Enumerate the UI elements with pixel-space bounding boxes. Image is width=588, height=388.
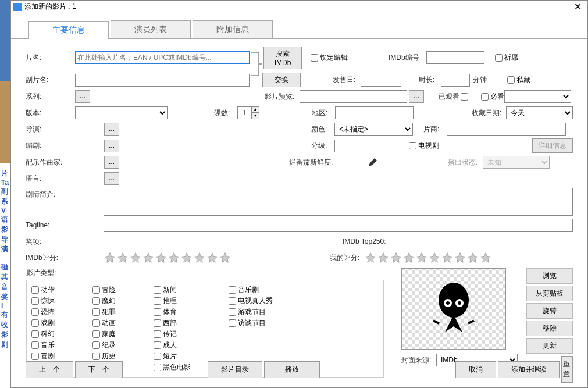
label-composer: 配乐作曲家: (26, 158, 104, 168)
label-discs: 碟数: (214, 108, 237, 118)
genre-惊悚[interactable]: 惊悚 (31, 296, 55, 306)
imdb-rating-stars[interactable] (104, 252, 231, 264)
genre-访谈节目[interactable]: 访谈节目 (229, 318, 273, 328)
genre-传记[interactable]: 传记 (154, 329, 191, 339)
label-broadcast: 播出状态: (448, 158, 483, 168)
window-title: 添加新的影片 : 1 (24, 2, 571, 12)
label-duration: 时长: (419, 75, 441, 85)
writer-browse-button[interactable]: ... (104, 140, 119, 152)
private-checkbox[interactable]: 私藏 (507, 75, 530, 85)
title-input[interactable] (75, 51, 250, 64)
director-browse-button[interactable]: ... (104, 123, 119, 136)
label-language: 语言: (26, 174, 104, 184)
swap-button[interactable]: 交换 (262, 73, 301, 87)
genre-新闻[interactable]: 新闻 (154, 285, 191, 295)
tab-main-info[interactable]: 主要信息 (28, 21, 109, 39)
discs-spinner[interactable]: ▲▼ (237, 106, 259, 119)
plot-textarea[interactable] (104, 188, 573, 216)
label-color: 颜色: (311, 124, 334, 134)
genre-体育[interactable]: 体育 (154, 307, 191, 317)
label-title: 片名: (26, 53, 75, 63)
genre-音乐[interactable]: 音乐 (31, 340, 55, 350)
tab-actors[interactable]: 演员列表 (111, 20, 191, 38)
label-series: 系列: (26, 92, 75, 102)
close-button[interactable]: ✕ (571, 1, 585, 12)
label-rating-class: 分级: (311, 141, 334, 151)
genre-西部[interactable]: 西部 (154, 318, 191, 328)
preview-input[interactable] (300, 90, 407, 103)
composer-browse-button[interactable]: ... (104, 156, 119, 169)
region-input[interactable] (335, 106, 414, 119)
genre-推理[interactable]: 推理 (154, 296, 191, 306)
genre-冒险[interactable]: 冒险 (92, 285, 116, 295)
footer-bar: 上一个 下一个 影片目录 播放 取消 添加并继续 重置 (26, 356, 573, 383)
catalog-button[interactable]: 影片目录 (208, 361, 262, 378)
genre-戏剧[interactable]: 戏剧 (31, 318, 55, 328)
genre-动作[interactable]: 动作 (31, 285, 55, 295)
genre-动画[interactable]: 动画 (92, 318, 116, 328)
genre-游戏节目[interactable]: 游戏节目 (229, 307, 273, 317)
prev-button[interactable]: 上一个 (26, 361, 73, 378)
svg-point-0 (439, 283, 469, 318)
my-rating-stars[interactable] (365, 252, 491, 264)
color-select[interactable]: <未指定> (334, 123, 413, 136)
background-text: 片Ta副系V语影导演磁其音奖I有收影剧 (1, 169, 9, 350)
bracket-icon (251, 51, 262, 77)
genre-成人[interactable]: 成人 (154, 340, 191, 350)
wish-checkbox[interactable]: 祈愿 (495, 53, 518, 63)
studio-input[interactable] (447, 123, 566, 136)
details-button[interactable]: 详细信息 (532, 138, 573, 153)
svg-point-3 (446, 301, 450, 305)
label-studio: 片商: (423, 124, 447, 134)
rotate-image-button[interactable]: 旋转 (526, 303, 573, 319)
genre-恐怖[interactable]: 恐怖 (31, 307, 55, 317)
label-awards: 奖项: (26, 237, 104, 247)
genre-魔幻[interactable]: 魔幻 (92, 296, 116, 306)
clipboard-image-button[interactable]: 从剪贴板 (526, 286, 573, 301)
version-select[interactable] (75, 106, 168, 119)
tab-extra[interactable]: 附加信息 (193, 20, 273, 38)
tagline-input[interactable] (104, 219, 573, 232)
language-browse-button[interactable]: ... (104, 172, 119, 185)
must-checkbox[interactable]: 必看 (481, 92, 504, 102)
rating-class-input[interactable] (334, 140, 398, 152)
next-button[interactable]: 下一个 (75, 361, 123, 378)
duration-input[interactable] (441, 74, 470, 87)
browse-image-button[interactable]: 浏览 (526, 268, 573, 284)
remove-image-button[interactable]: 移除 (526, 321, 573, 336)
series-browse-button[interactable]: ... (75, 90, 90, 103)
label-imdb-no: IMDb编号: (389, 53, 426, 63)
add-continue-button[interactable]: 添加并继续 (498, 361, 560, 378)
label-writer: 编剧: (26, 141, 104, 151)
genre-家庭[interactable]: 家庭 (92, 329, 116, 339)
imdb-no-input[interactable] (426, 51, 484, 64)
cancel-button[interactable]: 取消 (455, 361, 496, 378)
genre-纪录[interactable]: 纪录 (92, 340, 116, 350)
label-genres: 影片类型: (26, 268, 384, 278)
label-watched: 已观看 (439, 92, 459, 102)
release-input[interactable] (361, 74, 401, 87)
cover-preview (401, 268, 506, 350)
tvshow-checkbox[interactable]: 电视剧 (409, 141, 439, 151)
watched-select[interactable] (504, 90, 571, 103)
spin-up[interactable]: ▲ (251, 106, 259, 113)
label-my-rating: 我的评分: (330, 253, 365, 263)
pencil-icon[interactable] (368, 157, 378, 168)
label-imdb-rating: IMDb评分: (26, 253, 104, 263)
search-imdb-button[interactable]: 搜索IMDb (263, 47, 302, 69)
reset-button[interactable]: 重置 (561, 356, 573, 383)
watched-checkbox[interactable] (461, 93, 468, 101)
lock-edit-checkbox[interactable]: 锁定编辑 (311, 53, 348, 63)
label-freshness: 烂番茄新鲜度: (289, 158, 338, 168)
genre-科幻[interactable]: 科幻 (31, 329, 55, 339)
update-image-button[interactable]: 更新 (526, 338, 573, 354)
play-button[interactable]: 播放 (264, 361, 320, 378)
genre-犯罪[interactable]: 犯罪 (92, 307, 116, 317)
coll-date-select[interactable]: 今天 (506, 106, 573, 119)
genre-电视真人秀[interactable]: 电视真人秀 (229, 296, 273, 306)
preview-browse-button[interactable]: ... (409, 90, 424, 103)
subtitle-input[interactable] (75, 74, 250, 87)
label-release: 发售日: (333, 75, 361, 85)
genre-音乐剧[interactable]: 音乐剧 (229, 285, 273, 295)
spin-down[interactable]: ▼ (251, 113, 259, 119)
